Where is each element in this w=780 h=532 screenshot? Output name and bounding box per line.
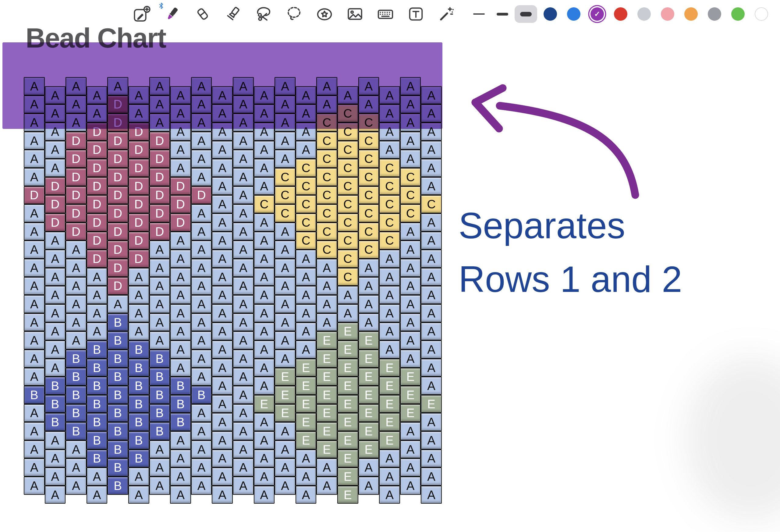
bead-A: A <box>358 259 379 277</box>
bead-column-8: AAAAADDDAAAAAAAABBBAAAA <box>170 86 191 504</box>
bead-B: B <box>149 349 170 368</box>
bead-A: A <box>24 404 45 422</box>
bead-D: D <box>87 177 107 195</box>
bead-A: A <box>87 468 107 486</box>
bead-A: A <box>45 468 66 486</box>
bead-B: B <box>45 377 66 395</box>
bead-C: C <box>316 223 337 241</box>
bead-B: B <box>87 449 107 468</box>
bead-A: A <box>128 486 149 504</box>
bead-E: E <box>296 395 316 413</box>
bead-A: A <box>45 268 66 286</box>
bead-A: A <box>275 259 296 277</box>
bead-A: A <box>191 349 212 368</box>
bead-D: D <box>87 141 107 159</box>
bead-A: A <box>400 277 421 295</box>
drawing-canvas[interactable]: Bead Chart AAAAAADAAAAAAAAAABAAAAAAAAAAD… <box>0 0 780 532</box>
bead-B: B <box>128 449 149 468</box>
bead-C: C <box>358 150 379 168</box>
bead-A: A <box>296 249 316 268</box>
bead-A: A <box>233 477 254 495</box>
bead-C: C <box>358 132 379 150</box>
bead-A: A <box>149 240 170 259</box>
bead-A: A <box>65 313 87 332</box>
bead-C: C <box>296 232 316 250</box>
bead-A: A <box>379 304 400 322</box>
bead-C: C <box>400 168 421 186</box>
bead-A: A <box>191 240 212 259</box>
bead-B: B <box>149 386 170 404</box>
bead-C: C <box>379 177 400 195</box>
bead-A: A <box>421 340 442 358</box>
bead-E: E <box>316 422 337 440</box>
bead-column-5: ADDDDDDDDDDDABBBBBBBBBB <box>107 77 128 495</box>
bead-A: A <box>128 468 149 486</box>
bead-A: A <box>191 132 212 150</box>
bead-A: A <box>233 349 254 368</box>
bead-C: C <box>275 204 296 223</box>
bead-A: A <box>254 377 275 395</box>
bead-A: A <box>296 304 316 322</box>
bead-A: A <box>149 277 170 295</box>
bead-A: A <box>191 422 212 440</box>
bead-A: A <box>24 368 45 386</box>
bead-B: B <box>128 377 149 395</box>
highlighter-annotation[interactable] <box>2 42 442 129</box>
bead-A: A <box>400 422 421 440</box>
bead-D: D <box>87 195 107 213</box>
bead-C: C <box>337 159 358 177</box>
bead-A: A <box>296 141 316 159</box>
bead-C: C <box>296 213 316 232</box>
bead-A: A <box>45 358 66 377</box>
bead-E: E <box>358 331 379 349</box>
bead-B: B <box>65 368 87 386</box>
bead-A: A <box>149 259 170 277</box>
bead-A: A <box>45 232 66 250</box>
bead-A: A <box>254 304 275 322</box>
bead-B: B <box>149 422 170 440</box>
bead-C: C <box>337 177 358 195</box>
bead-A: A <box>212 340 233 358</box>
bead-B: B <box>107 313 128 332</box>
bead-A: A <box>233 240 254 259</box>
bead-A: A <box>421 141 442 159</box>
bead-B: B <box>107 386 128 404</box>
bead-A: A <box>421 249 442 268</box>
bead-A: A <box>24 204 45 223</box>
bead-A: A <box>400 240 421 259</box>
bead-D: D <box>45 195 66 213</box>
bead-A: A <box>400 458 421 477</box>
bead-A: A <box>400 331 421 349</box>
bead-C: C <box>316 240 337 259</box>
bead-A: A <box>191 331 212 349</box>
bead-A: A <box>87 322 107 341</box>
bead-E: E <box>337 358 358 377</box>
bead-A: A <box>212 449 233 468</box>
bead-A: A <box>421 304 442 322</box>
bead-A: A <box>212 358 233 377</box>
bead-A: A <box>233 295 254 313</box>
bead-A: A <box>128 304 149 322</box>
bead-B: B <box>87 377 107 395</box>
bead-E: E <box>421 395 442 413</box>
bead-A: A <box>233 331 254 349</box>
bead-A: A <box>254 286 275 304</box>
bead-A: A <box>212 249 233 268</box>
bead-A: A <box>400 259 421 277</box>
bead-A: A <box>379 486 400 504</box>
bead-column-2: AAAAADDDAAAAAAAABBBAAAA <box>45 86 66 504</box>
bead-A: A <box>379 449 400 468</box>
bead-D: D <box>128 141 149 159</box>
bead-D: D <box>191 186 212 204</box>
bead-D: D <box>149 186 170 204</box>
bead-A: A <box>233 386 254 404</box>
bead-A: A <box>233 150 254 168</box>
bead-A: A <box>337 286 358 304</box>
bead-A: A <box>191 477 212 495</box>
text-annotation[interactable]: Separates Rows 1 and 2 <box>458 199 682 306</box>
bead-A: A <box>421 377 442 395</box>
bead-A: A <box>65 331 87 349</box>
bead-A: A <box>45 304 66 322</box>
bead-A: A <box>233 368 254 386</box>
bead-A: A <box>233 204 254 223</box>
